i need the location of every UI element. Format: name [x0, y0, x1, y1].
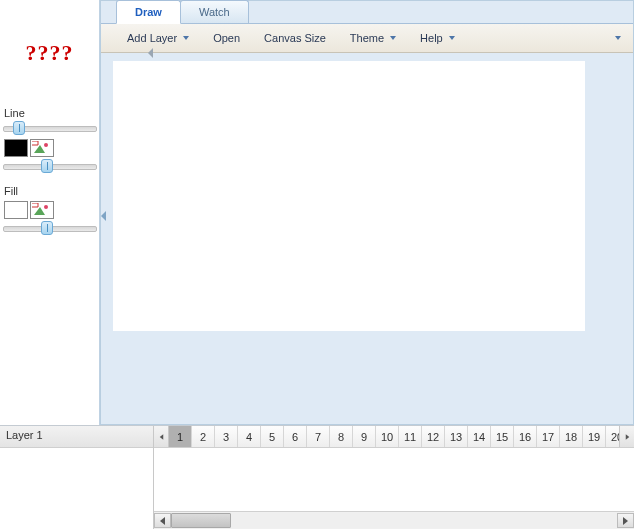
- toolbar-overflow-menu[interactable]: [607, 32, 627, 44]
- add-layer-label: Add Layer: [127, 32, 177, 44]
- scroll-right-button[interactable]: [617, 513, 634, 528]
- line-color-swatch[interactable]: [4, 139, 28, 157]
- left-splitter-handle[interactable]: [101, 211, 107, 221]
- frame-cell[interactable]: 9: [353, 426, 376, 447]
- timeline-area: 1234567891011121314151617181920212223: [154, 426, 634, 529]
- frame-cell[interactable]: 8: [330, 426, 353, 447]
- line-label: Line: [2, 105, 97, 121]
- main-toolbar: Add Layer Open Canvas Size Theme Help: [101, 24, 633, 53]
- frame-cell[interactable]: 1: [169, 426, 192, 447]
- mode-tabs: Draw Watch: [101, 1, 633, 24]
- chevron-down-icon: [183, 36, 189, 40]
- line-texture-picker[interactable]: [30, 139, 54, 157]
- frame-ruler: 1234567891011121314151617181920212223: [154, 426, 634, 448]
- open-label: Open: [213, 32, 240, 44]
- fill-label: Fill: [2, 183, 97, 199]
- canvas-size-label: Canvas Size: [264, 32, 326, 44]
- frame-cell[interactable]: 4: [238, 426, 261, 447]
- frame-cell[interactable]: 6: [284, 426, 307, 447]
- drawing-canvas[interactable]: [113, 61, 585, 331]
- frame-cell[interactable]: 18: [560, 426, 583, 447]
- frame-cell[interactable]: 14: [468, 426, 491, 447]
- scrollbar-thumb[interactable]: [171, 513, 231, 528]
- frame-cell[interactable]: 11: [399, 426, 422, 447]
- scroll-left-button[interactable]: [154, 513, 171, 528]
- frame-cell[interactable]: 10: [376, 426, 399, 447]
- bottom-splitter-handle[interactable]: [148, 48, 156, 60]
- frame-cell[interactable]: 2: [192, 426, 215, 447]
- layers-panel: Layer 1: [0, 426, 154, 529]
- open-button[interactable]: Open: [201, 28, 252, 48]
- frame-cell[interactable]: 3: [215, 426, 238, 447]
- frame-cell[interactable]: 16: [514, 426, 537, 447]
- timeline-tracks[interactable]: [154, 448, 634, 511]
- frame-cell[interactable]: 12: [422, 426, 445, 447]
- slider-handle[interactable]: [13, 121, 25, 135]
- frame-cell[interactable]: 19: [583, 426, 606, 447]
- frame-cell[interactable]: 17: [537, 426, 560, 447]
- chevron-down-icon: [449, 36, 455, 40]
- frame-scroll-left[interactable]: [154, 426, 169, 447]
- placeholder-logo: ????: [0, 0, 99, 105]
- theme-menu[interactable]: Theme: [338, 28, 408, 48]
- main-panel: Draw Watch Add Layer Open Canvas Size Th…: [100, 0, 634, 425]
- tab-draw[interactable]: Draw: [116, 0, 181, 24]
- tool-sidebar: ???? Line: [0, 0, 100, 425]
- layer-row[interactable]: Layer 1: [0, 426, 153, 448]
- add-layer-menu[interactable]: Add Layer: [115, 28, 201, 48]
- line-opacity-slider[interactable]: [3, 159, 97, 173]
- help-menu[interactable]: Help: [408, 28, 467, 48]
- tab-watch[interactable]: Watch: [180, 0, 249, 23]
- chevron-down-icon: [390, 36, 396, 40]
- frame-scroll-right[interactable]: [619, 426, 634, 447]
- frame-cell[interactable]: 13: [445, 426, 468, 447]
- line-section: Line: [0, 105, 99, 183]
- frame-cell[interactable]: 5: [261, 426, 284, 447]
- help-label: Help: [420, 32, 443, 44]
- fill-opacity-slider[interactable]: [3, 221, 97, 235]
- line-width-slider[interactable]: [3, 121, 97, 135]
- fill-section: Fill: [0, 183, 99, 245]
- timeline-panel: Layer 1 12345678910111213141516171819202…: [0, 425, 634, 529]
- svg-point-5: [44, 205, 48, 209]
- frame-cell[interactable]: 20: [606, 426, 619, 447]
- fill-texture-picker[interactable]: [30, 201, 54, 219]
- canvas-size-button[interactable]: Canvas Size: [252, 28, 338, 48]
- canvas-area: [101, 53, 633, 424]
- scrollbar-track[interactable]: [171, 513, 617, 528]
- slider-handle[interactable]: [41, 221, 53, 235]
- svg-point-2: [44, 143, 48, 147]
- frame-cell[interactable]: 7: [307, 426, 330, 447]
- theme-label: Theme: [350, 32, 384, 44]
- slider-handle[interactable]: [41, 159, 53, 173]
- fill-color-swatch[interactable]: [4, 201, 28, 219]
- horizontal-scrollbar[interactable]: [154, 511, 634, 529]
- frame-cell[interactable]: 15: [491, 426, 514, 447]
- chevron-down-icon: [615, 36, 621, 40]
